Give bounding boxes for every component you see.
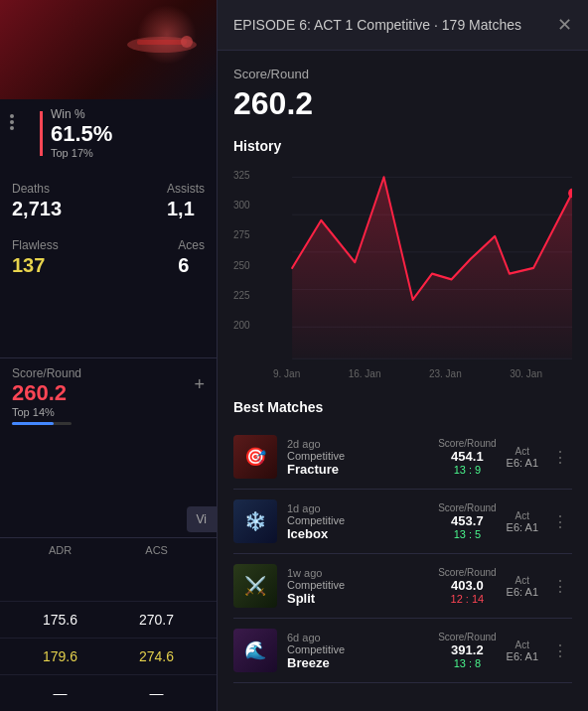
panel-title: EPISODE 6: ACT 1 Competitive · 179 Match… (233, 17, 521, 33)
match-time: 6d ago (287, 632, 428, 643)
table-row: 175.6 270.7 (0, 601, 217, 638)
stat-row-1: Deaths 2,713 Assists 1,1 (12, 182, 205, 220)
history-section: History 325 300 275 250 225 200 (218, 130, 588, 387)
avatar-icon: ❄️ (244, 510, 266, 532)
match-time: 2d ago (287, 438, 428, 450)
win-value: 61.5% (51, 121, 112, 147)
table-header: ADR ACS (0, 537, 217, 562)
best-matches-title: Best Matches (233, 399, 572, 415)
win-box: Win % 61.5% Top 17% (40, 107, 112, 159)
match-mode: Competitive (287, 579, 428, 591)
win-indicator (40, 111, 43, 156)
score-sub: Top 14% (12, 406, 81, 418)
match-info: 6d ago Competitive Breeze (287, 632, 428, 670)
match-info: 1w ago Competitive Split (287, 567, 428, 606)
match-item[interactable]: 🌊 6d ago Competitive Breeze Score/Round … (233, 619, 572, 683)
match-score-block: Score/Round 391.2 13 : 8 (438, 632, 496, 669)
left-panel: Win % 61.5% Top 17% Deaths 2,713 Assists… (0, 0, 217, 711)
score-round-main: Score/Round 260.2 (218, 51, 588, 130)
dots-menu[interactable] (10, 114, 14, 130)
table-rows: 175.6 270.7 179.6 274.6 — — (0, 601, 217, 711)
adr-cell: 179.6 (43, 648, 77, 664)
acs-header: ACS (145, 544, 168, 556)
match-item[interactable]: ⚔️ 1w ago Competitive Split Score/Round … (233, 554, 572, 619)
y-label: 275 (233, 229, 250, 240)
acs-cell: 270.7 (139, 612, 174, 628)
match-info: 1d ago Competitive Icebox (287, 502, 428, 541)
best-matches-section: Best Matches 🎯 2d ago Competitive Fractu… (218, 387, 588, 695)
win-sub: Top 17% (51, 147, 112, 159)
deaths-stat: Deaths 2,713 (12, 182, 62, 220)
svg-rect-1 (137, 40, 187, 45)
stats-grid: Deaths 2,713 Assists 1,1 Flawless 137 Ac… (0, 174, 217, 303)
stat-row-2: Flawless 137 Aces 6 (12, 238, 205, 277)
avatar: 🎯 (233, 435, 277, 479)
match-info: 2d ago Competitive Fracture (287, 438, 428, 477)
adr-header: ADR (49, 544, 72, 556)
match-act: Act E6: A1 (507, 640, 538, 662)
y-label: 225 (233, 290, 250, 301)
match-item[interactable]: 🎯 2d ago Competitive Fracture Score/Roun… (233, 425, 572, 490)
y-label: 200 (233, 320, 250, 331)
chart-container: 325 300 275 250 225 200 (233, 166, 572, 364)
avatar: 🌊 (233, 629, 277, 672)
hero-banner (0, 0, 217, 99)
score-bar-fill (12, 422, 54, 425)
svg-point-2 (181, 36, 193, 48)
avatar-icon: ⚔️ (244, 575, 266, 597)
acs-cell: — (150, 685, 164, 701)
avatar: ❄️ (233, 499, 277, 543)
match-menu-button[interactable]: ⋮ (548, 444, 572, 471)
match-score-block: Score/Round 454.1 13 : 9 (438, 438, 496, 476)
x-label: 23. Jan (429, 368, 462, 379)
history-title: History (233, 138, 572, 154)
assists-stat: Assists 1,1 (167, 182, 205, 220)
x-label: 9. Jan (273, 368, 300, 379)
score-bar (12, 422, 72, 425)
x-label: 30. Jan (510, 368, 542, 379)
score-value: 260.2 (12, 380, 81, 406)
match-menu-button[interactable]: ⋮ (548, 638, 572, 664)
close-button[interactable]: ✕ (557, 14, 572, 36)
score-round-section: Score/Round 260.2 Top 14% + (0, 357, 217, 433)
view-button[interactable]: Vi (187, 506, 217, 532)
match-map: Fracture (287, 462, 428, 477)
right-panel: EPISODE 6: ACT 1 Competitive · 179 Match… (217, 0, 588, 711)
match-score-block: Score/Round 453.7 13 : 5 (438, 502, 496, 540)
win-label: Win % (51, 107, 112, 121)
match-mode: Competitive (287, 514, 428, 526)
aces-stat: Aces 6 (178, 238, 205, 277)
adr-cell: 175.6 (43, 612, 77, 628)
match-map: Icebox (287, 526, 428, 541)
avatar-icon: 🌊 (244, 640, 266, 661)
avatar: ⚔️ (233, 564, 277, 608)
x-label: 16. Jan (349, 368, 381, 379)
y-label: 300 (233, 200, 250, 211)
history-chart (233, 166, 572, 364)
sr-value: 260.2 (233, 85, 572, 122)
match-act: Act E6: A1 (507, 510, 538, 533)
match-act: Act E6: A1 (507, 446, 538, 469)
table-row: 179.6 274.6 (0, 638, 217, 674)
match-item[interactable]: ❄️ 1d ago Competitive Icebox Score/Round… (233, 490, 572, 554)
avatar-icon: 🎯 (244, 446, 266, 468)
score-label: Score/Round (12, 366, 81, 380)
match-score-block: Score/Round 403.0 12 : 14 (438, 567, 496, 605)
match-menu-button[interactable]: ⋮ (548, 508, 572, 535)
sr-label: Score/Round (233, 67, 572, 81)
svg-point-10 (568, 189, 572, 198)
match-mode: Competitive (287, 643, 428, 655)
y-label: 325 (233, 170, 250, 181)
y-label: 250 (233, 260, 250, 271)
match-act: Act E6: A1 (507, 575, 538, 598)
table-row: — — (0, 674, 217, 711)
panel-header: EPISODE 6: ACT 1 Competitive · 179 Match… (218, 0, 588, 51)
match-time: 1w ago (287, 567, 428, 579)
chart-labels: 9. Jan 16. Jan 23. Jan 30. Jan (233, 364, 572, 379)
match-mode: Competitive (287, 450, 428, 462)
flawless-stat: Flawless 137 (12, 238, 59, 277)
adr-cell: — (54, 685, 68, 701)
add-stat-button[interactable]: + (194, 374, 205, 395)
score-block: Score/Round 260.2 Top 14% (12, 366, 81, 425)
match-menu-button[interactable]: ⋮ (548, 573, 572, 600)
